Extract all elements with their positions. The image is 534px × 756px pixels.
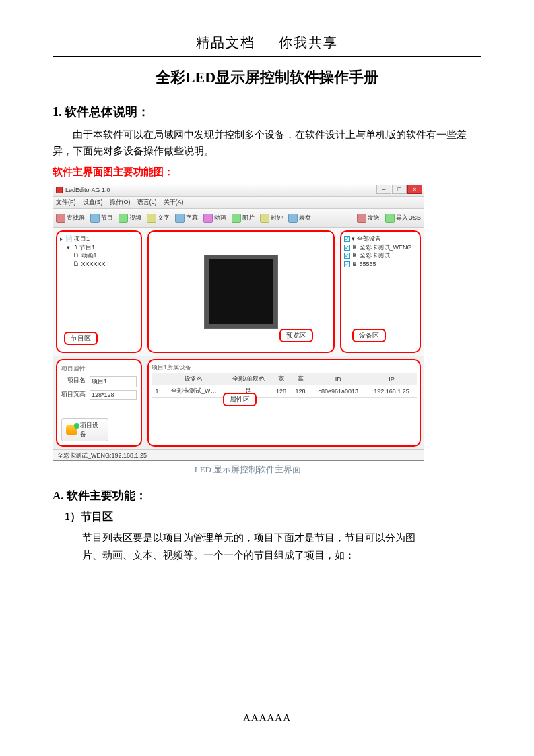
- tb-usb[interactable]: 导入USB: [385, 214, 421, 223]
- item-1-heading: 1）节目区: [65, 510, 481, 524]
- tb-text[interactable]: 文字: [147, 214, 170, 223]
- table-row[interactable]: 1 全彩卡测试_W… 是 128 128 c80e961a0013 192.16…: [152, 385, 417, 398]
- tb-anim[interactable]: 动画: [203, 214, 226, 223]
- tb-program[interactable]: 节目: [90, 214, 113, 223]
- lbl-projname: 项目名: [61, 376, 86, 387]
- titlebar: LedEditorAG 1.0 – □ ×: [53, 183, 424, 197]
- usb-icon: [385, 214, 395, 223]
- table-header: 设备名 全彩/单双色 宽 高 ID IP: [152, 373, 417, 385]
- section-1-paragraph: 由于本软件可以在局域网中发现并控制多个设备，在软件设计上与单机版的软件有一些差异…: [53, 127, 481, 159]
- project-props-panel: 项目属性 项目名项目1 项目宽高128*128 项目设备: [56, 359, 142, 447]
- tb-findscreen[interactable]: 查找屏: [56, 214, 85, 223]
- app-icon: [56, 187, 63, 193]
- statusbar: 全彩卡测试_WENG:192.168.1.25: [53, 449, 424, 460]
- menubar: 文件(F) 设置(S) 操作(O) 语言(L) 关于(A): [53, 197, 424, 209]
- window-title: LedEditorAG 1.0: [65, 187, 110, 193]
- tb-send[interactable]: 发送: [357, 214, 380, 223]
- preview-box: [204, 255, 278, 329]
- menu-lang[interactable]: 语言(L): [137, 198, 157, 207]
- val-projname[interactable]: 项目1: [90, 376, 137, 387]
- menu-about[interactable]: 关于(A): [164, 198, 184, 207]
- tb-video[interactable]: 视频: [119, 214, 141, 223]
- program-icon: [90, 214, 100, 223]
- animation-icon: [203, 214, 213, 223]
- doc-title: 全彩LED显示屏控制软件操作手册: [53, 67, 481, 88]
- tb-image[interactable]: 图片: [232, 214, 255, 223]
- gear-refresh-icon: [66, 425, 77, 435]
- label-program-area: 节目区: [64, 332, 98, 345]
- screenshot-main-ui: LedEditorAG 1.0 – □ × 文件(F) 设置(S) 操作(O) …: [53, 183, 424, 461]
- send-icon: [357, 214, 366, 223]
- device-tree[interactable]: ✓▾ 全部设备 ✓🖥 全彩卡测试_WENG ✓🖥 全彩卡测试 ✓🖥 55555: [341, 232, 420, 271]
- program-panel: ▸ 📄 项目1 ▾ 🗋 节目1 🗋 动画1 🗋 XXXXXX 节目区: [56, 230, 142, 353]
- lbl-projsize: 项目宽高: [61, 390, 86, 400]
- preview-panel: 预览区: [147, 230, 335, 353]
- doc-header: 精品文档 你我共享: [53, 34, 481, 57]
- menu-settings[interactable]: 设置(S): [83, 198, 103, 207]
- section-a-heading: A. 软件主要功能：: [53, 488, 481, 503]
- project-device-button[interactable]: 项目设备: [61, 418, 108, 441]
- tb-dial[interactable]: 表盘: [288, 214, 311, 223]
- image-icon: [232, 214, 241, 223]
- header-left: 精品文档: [196, 35, 255, 50]
- page-footer: AAAAAA: [0, 712, 534, 724]
- tb-clock[interactable]: 时钟: [260, 214, 283, 223]
- clock-icon: [260, 214, 269, 223]
- item-1-body: 节目列表区要是以项目为管理单元的，项目下面才是节目，节目可以分为图片、动画、文本…: [82, 530, 432, 564]
- label-props-area: 属性区: [223, 393, 257, 406]
- subtitle-icon: [175, 214, 185, 223]
- red-label-main-ui: 软件主界面图主要功能图：: [53, 166, 481, 179]
- section-1-heading: 1. 软件总体说明：: [53, 104, 481, 120]
- menu-ops[interactable]: 操作(O): [110, 198, 131, 207]
- video-icon: [119, 214, 128, 223]
- device-table-panel: 项目1所属设备 设备名 全彩/单双色 宽 高 ID IP 1 全彩卡测试_W… …: [147, 359, 421, 447]
- tb-subtitle[interactable]: 字幕: [175, 214, 198, 223]
- maximize-button[interactable]: □: [392, 185, 407, 194]
- label-preview-area: 预览区: [279, 329, 313, 342]
- text-icon: [147, 214, 156, 223]
- toolbar: 查找屏 节目 视频 文字 字幕 动画 图片 时钟 表盘 发送 导入USB: [53, 209, 424, 228]
- close-button[interactable]: ×: [407, 185, 422, 194]
- device-panel: ✓▾ 全部设备 ✓🖥 全彩卡测试_WENG ✓🖥 全彩卡测试 ✓🖥 55555 …: [340, 230, 421, 353]
- minimize-button[interactable]: –: [376, 185, 391, 194]
- label-device-area: 设备区: [352, 329, 386, 342]
- screenshot-caption: LED 显示屏控制软件主界面: [147, 464, 349, 476]
- dial-icon: [288, 214, 298, 223]
- device-table: 设备名 全彩/单双色 宽 高 ID IP 1 全彩卡测试_W… 是 128 12…: [152, 373, 417, 398]
- menu-file[interactable]: 文件(F): [56, 198, 76, 207]
- val-projsize[interactable]: 128*128: [90, 390, 137, 400]
- header-right: 你我共享: [279, 35, 338, 50]
- program-tree[interactable]: ▸ 📄 项目1 ▾ 🗋 节目1 🗋 动画1 🗋 XXXXXX: [57, 232, 141, 271]
- window-buttons: – □ ×: [376, 185, 422, 194]
- magnifier-icon: [56, 214, 65, 223]
